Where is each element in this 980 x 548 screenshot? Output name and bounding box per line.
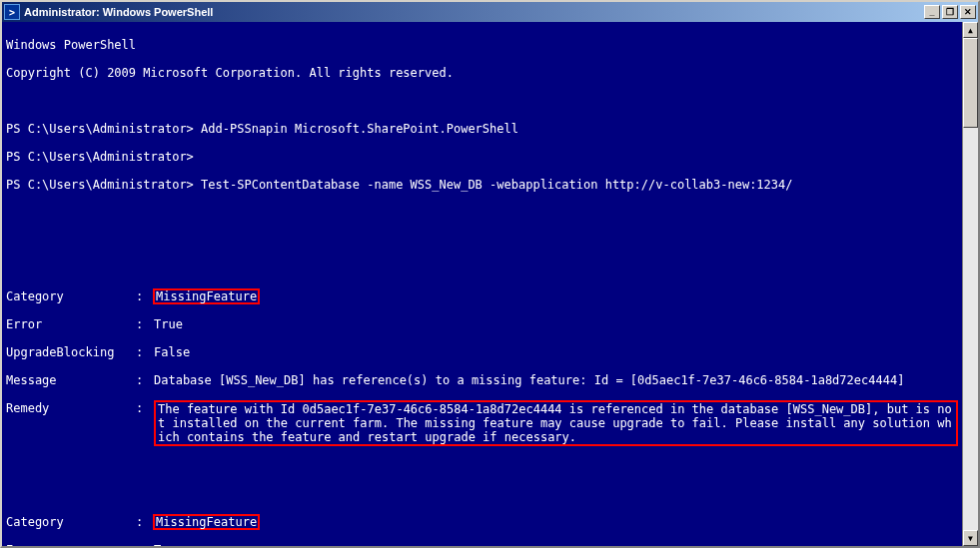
titlebar[interactable]: > Administrator: Windows PowerShell _ ❐ …	[2, 2, 978, 22]
message-row: Message: Database [WSS_New_DB] has refer…	[6, 373, 958, 387]
prompt-line: PS C:\Users\Administrator>	[6, 150, 958, 164]
powershell-icon: >	[4, 4, 20, 20]
remedy-value: The feature with Id 0d5aec1f-7e37-46c6-8…	[154, 400, 958, 446]
header-line: Windows PowerShell	[6, 38, 958, 52]
upgradeblocking-row: UpgradeBlocking: False	[6, 345, 958, 359]
category-value: MissingFeature	[153, 514, 260, 530]
minimize-button[interactable]: _	[924, 5, 940, 19]
window-title: Administrator: Windows PowerShell	[24, 6, 924, 18]
scroll-thumb[interactable]	[963, 38, 978, 128]
maximize-button[interactable]: ❐	[942, 5, 958, 19]
scroll-down-button[interactable]: ▼	[963, 530, 978, 546]
console-output[interactable]: Windows PowerShell Copyright (C) 2009 Mi…	[2, 22, 962, 546]
error-row: Error: True	[6, 317, 958, 331]
error-row: Error: True	[6, 543, 958, 546]
scroll-track[interactable]	[963, 38, 978, 530]
prompt-line: PS C:\Users\Administrator> Test-SPConten…	[6, 178, 958, 192]
remedy-row: Remedy: The feature with Id 0d5aec1f-7e3…	[6, 401, 958, 445]
scroll-up-button[interactable]: ▲	[963, 22, 978, 38]
copyright-line: Copyright (C) 2009 Microsoft Corporation…	[6, 66, 958, 80]
close-button[interactable]: ✕	[960, 5, 976, 19]
category-row: Category: MissingFeature	[6, 515, 958, 529]
powershell-window: > Administrator: Windows PowerShell _ ❐ …	[0, 0, 980, 548]
category-value: MissingFeature	[153, 288, 260, 304]
category-row: Category: MissingFeature	[6, 289, 958, 303]
prompt-line: PS C:\Users\Administrator> Add-PSSnapin …	[6, 122, 958, 136]
vertical-scrollbar[interactable]: ▲ ▼	[962, 22, 978, 546]
